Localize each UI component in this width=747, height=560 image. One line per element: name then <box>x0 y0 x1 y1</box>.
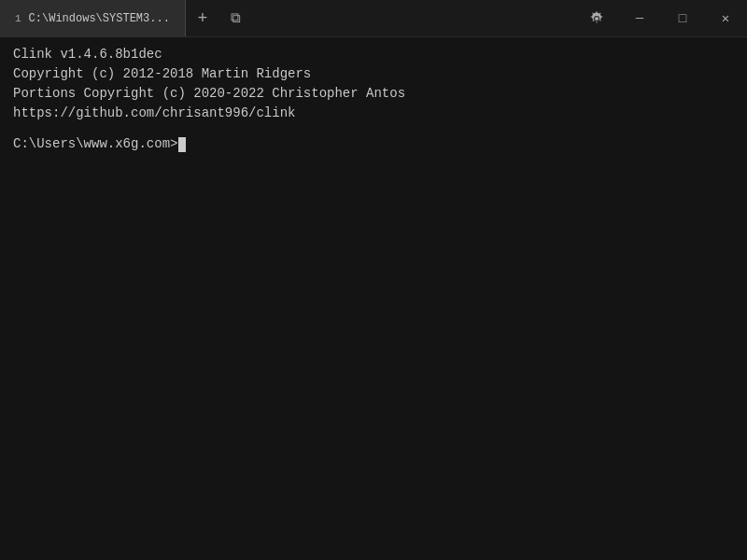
terminal-line-4: https://github.com/chrisant996/clink <box>13 104 734 123</box>
prompt-line[interactable]: C:\Users\www.x6g.com> <box>13 134 734 154</box>
settings-button[interactable] <box>575 0 618 36</box>
close-button[interactable]: ✕ <box>704 0 747 36</box>
terminal-line-1: Clink v1.4.6.8b1dec <box>13 45 734 64</box>
terminal-content[interactable]: Clink v1.4.6.8b1dec Copyright (c) 2012-2… <box>0 37 747 560</box>
tab-title: C:\Windows\SYSTEM3... <box>29 12 170 25</box>
cursor <box>178 137 186 152</box>
new-tab-button[interactable]: + <box>186 0 219 36</box>
maximize-button[interactable]: □ <box>661 0 704 36</box>
gear-icon <box>589 11 604 26</box>
pane-button[interactable]: ⧉ <box>219 0 253 36</box>
tab-number: 1 <box>15 13 21 24</box>
prompt-text: C:\Users\www.x6g.com> <box>13 134 177 154</box>
minimize-button[interactable]: ─ <box>618 0 661 36</box>
active-tab[interactable]: 1 C:\Windows\SYSTEM3... <box>0 0 186 36</box>
terminal-line-2: Copyright (c) 2012-2018 Martin Ridgers <box>13 64 734 84</box>
title-bar: 1 C:\Windows\SYSTEM3... + ⧉ ─ □ ✕ <box>0 0 747 37</box>
tab-area: 1 C:\Windows\SYSTEM3... + ⧉ <box>0 0 575 36</box>
window-controls: ─ □ ✕ <box>575 0 747 36</box>
terminal-line-3: Portions Copyright (c) 2020-2022 Christo… <box>13 84 734 104</box>
